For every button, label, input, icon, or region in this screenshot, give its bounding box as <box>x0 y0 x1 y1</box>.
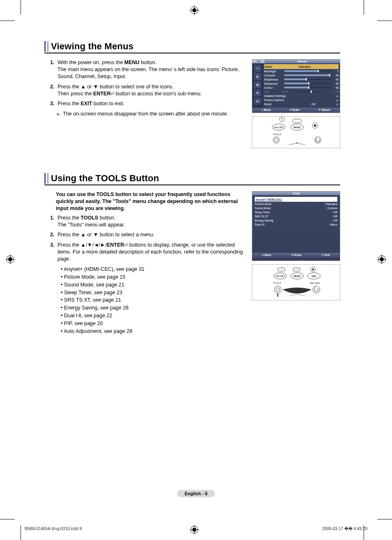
tools-label: TOOLS <box>273 282 281 284</box>
page-number: English - 8 <box>177 490 215 497</box>
crop-mark <box>0 519 15 519</box>
chevron-right-icon: ▷ <box>337 103 339 106</box>
return-label: RETURN <box>310 282 320 284</box>
section-title: Viewing the Menus <box>50 41 134 52</box>
input-icon: ⇄ <box>254 98 261 104</box>
step-3: Press the ▲/▼/◄/►/ENTER⏎ buttons to disp… <box>56 242 248 263</box>
svg-point-32 <box>274 286 281 293</box>
registration-mark-icon <box>6 255 15 264</box>
remote-diagram-1: CH LIST MENU TOOLS <box>252 116 340 148</box>
menu-label: MENU <box>293 275 300 277</box>
chlist-label: CH LIST <box>274 126 284 129</box>
heading-bar-icon <box>47 173 48 184</box>
crop-mark <box>377 21 392 21</box>
enter-glyph-icon: ⏎ <box>111 91 114 96</box>
return-icon: ↶ <box>318 108 322 111</box>
srs-label: SRS <box>311 275 316 277</box>
osd-header-picture: Picture <box>265 60 340 63</box>
svg-point-20 <box>314 125 316 127</box>
crop-mark <box>377 519 392 519</box>
enter-icon: ⏎ <box>290 108 293 111</box>
ref-sound-mode: • Sound Mode, see page 21 <box>61 282 248 288</box>
osd-picture-menu: TV Picture ▭ ◐ ◉ ✿ ⇄ <box>252 59 340 113</box>
svg-rect-26 <box>293 268 300 271</box>
osd-row-detailed: Detailed Settings▷ <box>264 94 339 98</box>
osd-row-sharpness: Sharpness 50 <box>264 81 339 85</box>
chlist-label: CH LIST <box>275 275 285 277</box>
osd-row-tint: Tint G 50 R 50 <box>264 90 339 94</box>
crop-mark <box>21 0 21 15</box>
crop-mark <box>21 525 21 540</box>
heading-bar-icon <box>44 41 46 52</box>
osd-row-srs: SRS TS XT : Off <box>255 214 337 218</box>
osd-row-dual: Dual I-II : Mono <box>255 222 337 226</box>
osd-header-tv: TV <box>252 60 265 63</box>
osd-side-icons: ▭ ◐ ◉ ✿ ⇄ <box>252 63 263 108</box>
step-2: Press the ▲ or ▼ button to select one of… <box>56 83 248 97</box>
note: ➢ The on-screen menus disappear from the… <box>44 111 248 118</box>
ref-anynet: • Anynet+ (HDMI-CEC), see page 31 <box>61 266 248 273</box>
crop-mark <box>364 0 364 15</box>
osd-row-energy: Energy Saving : Off <box>255 218 337 222</box>
osd-row-anynet: Anynet+ (HDMI-CEC) <box>255 197 337 202</box>
ref-dual: • Dual l-ll, see page 22 <box>61 312 248 319</box>
heading-bar-icon <box>44 173 46 184</box>
section-heading: Using the TOOLS Button <box>44 173 340 185</box>
osd-row-sound-mode: Sound Mode : Custom <box>255 206 337 210</box>
svg-point-28 <box>312 268 314 270</box>
ref-energy: • Energy Saving, see page 26 <box>61 305 248 312</box>
osd-row-mode: Mode : Standard ▷ <box>264 64 339 69</box>
channel-icon: ◉ <box>254 81 261 88</box>
osd-tools-menu: Tools Anynet+ (HDMI-CEC) Picture Mode : … <box>252 191 340 261</box>
osd-row-sleep-timer: Sleep Timer : Off <box>255 210 337 214</box>
ref-srs: • SRS TS XT, see page 21 <box>61 297 248 304</box>
step-3: Press the EXIT button to exit. <box>56 100 248 107</box>
osd-footer: ♦ Move ⏎ Enter ↶ Exit <box>252 253 340 258</box>
osd-row-colour: Colour 50 <box>264 85 339 90</box>
chevron-right-icon: ▷ <box>337 95 339 97</box>
section-tools-button: Using the TOOLS Button You can use the T… <box>44 173 340 336</box>
page-footer: English - 8 <box>0 490 392 497</box>
page: Viewing the Menus With the power on, pre… <box>0 0 392 540</box>
sound-icon: ◐ <box>254 73 261 80</box>
osd-row-brightness: Brightness 45 <box>264 77 339 81</box>
registration-mark-icon <box>190 6 199 15</box>
return-icon: ↶ <box>322 254 325 256</box>
picture-icon: ▭ <box>254 65 261 72</box>
osd-row-reset: Reset : OK ▷ <box>264 102 339 106</box>
menu-label: MENU <box>293 126 300 129</box>
osd-footer: ♦ Move ⏎ Enter ↶ Return <box>252 108 340 113</box>
print-footer-left: BN68-01465A-Eng-0310.indd 8 <box>25 526 82 531</box>
step-1: With the power on, press the MENU button… <box>56 59 248 80</box>
step-1: Press the TOOLS button. The "Tools" menu… <box>56 215 248 228</box>
svg-rect-18 <box>293 119 301 123</box>
ref-pip: • PIP, see page 20 <box>61 320 248 327</box>
osd-row-contrast: Contrast 95 <box>264 73 339 77</box>
instructions: You can use the TOOLS button to select y… <box>44 191 252 336</box>
note-arrow-icon: ➢ <box>56 111 60 118</box>
section-heading: Viewing the Menus <box>44 41 340 53</box>
registration-mark-icon <box>190 525 199 534</box>
osd-row-picture-mode: Picture Mode : Standard <box>255 202 337 206</box>
print-footer-right: 2008-03-17 �� 4:43:29 <box>322 526 367 531</box>
step-2: Press the ▲ or ▼ button to select a menu… <box>56 231 248 238</box>
heading-bar-icon <box>47 41 48 52</box>
svg-point-22 <box>273 137 279 143</box>
setup-icon: ✿ <box>254 90 261 96</box>
ref-auto-adjust: • Auto Adjustment, see page 29 <box>61 328 248 335</box>
content-area: Viewing the Menus With the power on, pre… <box>44 41 340 356</box>
tools-label: TOOLS <box>273 133 281 136</box>
section-title: Using the TOOLS Button <box>50 173 159 184</box>
osd-header-tools: Tools <box>252 192 340 195</box>
chevron-right-icon: ▷ <box>336 65 338 68</box>
crop-mark <box>0 21 15 21</box>
svg-point-34 <box>313 286 320 293</box>
remote-diagram-2: CH LIST MENU SRS TOOLS RETURN <box>252 264 340 300</box>
instructions: With the power on, press the MENU button… <box>44 59 252 148</box>
chevron-right-icon: ▷ <box>337 99 339 102</box>
intro-text: You can use the TOOLS button to select y… <box>56 191 248 212</box>
ref-picture-mode: • Picture Mode, see page 15 <box>61 274 248 281</box>
svg-point-21 <box>279 117 284 122</box>
ref-sleep-timer: • Sleep Timer, see page 23 <box>61 289 248 296</box>
registration-mark-icon <box>377 255 386 264</box>
